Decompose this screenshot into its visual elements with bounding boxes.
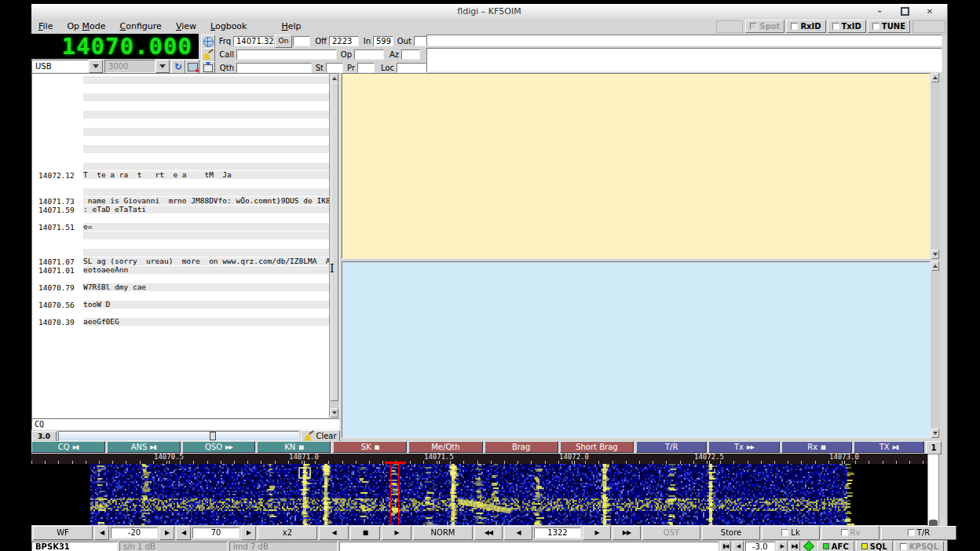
toggle-txid[interactable]: TxID xyxy=(828,20,866,33)
mode-select[interactable]: USB xyxy=(31,60,103,73)
pr-field[interactable] xyxy=(357,63,375,73)
menu-item-file[interactable]: File xyxy=(31,20,60,33)
rst-in-field[interactable]: 599 xyxy=(373,36,393,46)
wf-button-glyph[interactable]: ◀◀ xyxy=(474,526,503,540)
tx-entry-field[interactable]: CQ xyxy=(31,418,340,430)
browser-row[interactable] xyxy=(33,361,329,370)
clear-fields-broom-icon[interactable] xyxy=(201,48,215,62)
time-off-field[interactable]: 2223 xyxy=(329,36,359,46)
wf-button-glyph[interactable]: ▶ xyxy=(382,526,411,540)
menu-item-help[interactable]: Help xyxy=(274,20,308,33)
browser-row[interactable] xyxy=(33,292,329,301)
clear-button[interactable]: Clear xyxy=(301,430,340,442)
delay-slider[interactable] xyxy=(58,431,299,441)
browser-row[interactable] xyxy=(33,180,329,188)
wf-button-glyph[interactable]: ▶▶ xyxy=(612,526,641,540)
browser-row[interactable] xyxy=(33,214,329,223)
browser-row[interactable] xyxy=(33,119,329,128)
browser-row[interactable] xyxy=(33,102,329,111)
browser-row[interactable] xyxy=(33,275,329,283)
tx-scrollbar[interactable] xyxy=(931,261,940,438)
browser-row[interactable] xyxy=(33,232,329,240)
browser-row[interactable] xyxy=(33,413,329,418)
signal-browser-scrollbar[interactable] xyxy=(329,74,339,418)
wf-field-1322[interactable]: 1322 xyxy=(534,527,581,538)
notes-field-1[interactable] xyxy=(426,35,942,46)
frequency-shift-field[interactable]: -3.0 xyxy=(745,542,775,551)
browser-row[interactable]: 14070.79W7RšBl dmy cae xyxy=(33,283,329,292)
notes-field-2[interactable] xyxy=(426,48,942,72)
browser-row[interactable] xyxy=(33,352,329,361)
browser-row[interactable]: 14070.56tooW D xyxy=(33,301,329,309)
wf-field-20[interactable]: -20 xyxy=(111,527,158,538)
frq-field[interactable]: 14071.322 xyxy=(233,36,274,46)
browser-row[interactable] xyxy=(33,93,329,102)
shift-next-button[interactable]: ▶ xyxy=(777,541,788,551)
browser-row[interactable]: 14071.01eotoaeeAnn xyxy=(33,266,329,275)
toggle-tune[interactable]: TUNE xyxy=(868,20,910,33)
wf-button-x2[interactable]: x2 xyxy=(258,526,317,540)
sync-icon[interactable]: ↻ xyxy=(171,60,185,74)
toggle-rxid[interactable]: RxID xyxy=(786,20,825,33)
macro-button-cq[interactable]: CQ▶▮ xyxy=(31,441,105,453)
rx-text-panel[interactable] xyxy=(342,73,931,259)
browser-row[interactable]: 14071.73 name is Giovanni mrno JM88DVfo:… xyxy=(33,197,329,206)
wf-button-glyph[interactable]: ◀ xyxy=(504,526,532,540)
browser-row[interactable]: 14072.12T te a ra t rt e a tM Ja xyxy=(33,171,329,180)
browser-row[interactable] xyxy=(33,128,329,137)
call-field[interactable] xyxy=(236,49,337,60)
tx-text-panel[interactable] xyxy=(342,261,931,438)
loc-field[interactable] xyxy=(397,63,426,73)
monitor-icon[interactable] xyxy=(185,60,199,74)
signal-browser[interactable]: 14072.12T te a ra t rt e a tM Ja14071.73… xyxy=(31,73,340,418)
macro-button-sk[interactable]: SK▮▮ xyxy=(333,441,407,453)
shift-last-button[interactable]: ▶▮ xyxy=(789,541,800,551)
menu-item-op-mode[interactable]: Op Mode xyxy=(60,20,112,33)
wf-button-glyph[interactable]: ◀ xyxy=(94,526,109,540)
macro-button-tx[interactable]: Tx▶▶ xyxy=(708,441,779,453)
browser-row[interactable] xyxy=(33,327,329,335)
bandwidth-select[interactable]: 3000 xyxy=(104,60,170,73)
rx-scrollbar[interactable] xyxy=(931,73,940,259)
browser-row[interactable] xyxy=(33,249,329,257)
time-on-button[interactable]: On xyxy=(275,35,292,48)
wf-button-lk[interactable]: Lk xyxy=(762,526,820,540)
browser-row[interactable] xyxy=(33,378,329,387)
waterfall-display[interactable] xyxy=(31,464,927,525)
menu-item-configure[interactable]: Configure xyxy=(113,20,169,33)
browser-row[interactable] xyxy=(33,85,329,93)
browser-row[interactable] xyxy=(33,404,329,413)
macro-button-kn[interactable]: KN▮▮ xyxy=(257,441,331,453)
macro-button-ans[interactable]: ANS▶▮ xyxy=(107,441,181,453)
title-bar[interactable]: fldigi – KF5OIM – ✕ xyxy=(31,4,947,20)
delay-value[interactable]: 3.0 xyxy=(31,431,57,442)
browser-row[interactable] xyxy=(33,396,329,404)
macro-button-short-brag[interactable]: Short Brag xyxy=(560,441,634,453)
wf-button-qsy[interactable]: QSY xyxy=(642,526,700,540)
chevron-down-icon[interactable] xyxy=(155,60,170,73)
mode-status[interactable]: BPSK31 xyxy=(31,542,118,551)
shift-first-button[interactable]: ▮◀ xyxy=(720,541,731,551)
macro-button-qso[interactable]: QSO▶▶ xyxy=(182,441,256,453)
macro-button-me-qth[interactable]: Me/Qth xyxy=(408,441,482,453)
browser-row[interactable] xyxy=(33,145,329,154)
close-icon[interactable]: ✕ xyxy=(925,7,934,16)
wf-button-glyph[interactable]: ◀ xyxy=(319,526,349,540)
toggle-spot[interactable]: Spot xyxy=(745,20,784,33)
wf-button-wf[interactable]: WF xyxy=(33,526,93,540)
menu-item-logbook[interactable]: Logbook xyxy=(203,20,254,33)
browser-row[interactable] xyxy=(33,154,329,162)
maximize-icon[interactable] xyxy=(900,7,909,16)
browser-row[interactable]: 14071.51e= xyxy=(33,223,329,232)
macro-set-button[interactable]: 1 xyxy=(926,441,942,454)
frequency-display[interactable]: 14070.000 xyxy=(31,34,199,59)
browser-row[interactable] xyxy=(33,344,329,352)
minimize-icon[interactable]: – xyxy=(875,7,884,16)
time-on-field[interactable] xyxy=(293,36,310,46)
browser-row[interactable] xyxy=(33,370,329,378)
shift-prev-button[interactable]: ◀ xyxy=(733,541,744,551)
wf-button-glyph[interactable]: ▶ xyxy=(159,526,174,540)
chevron-down-icon[interactable] xyxy=(89,60,103,73)
browser-row[interactable] xyxy=(33,309,329,318)
wf-button-norm[interactable]: NORM xyxy=(413,526,473,540)
